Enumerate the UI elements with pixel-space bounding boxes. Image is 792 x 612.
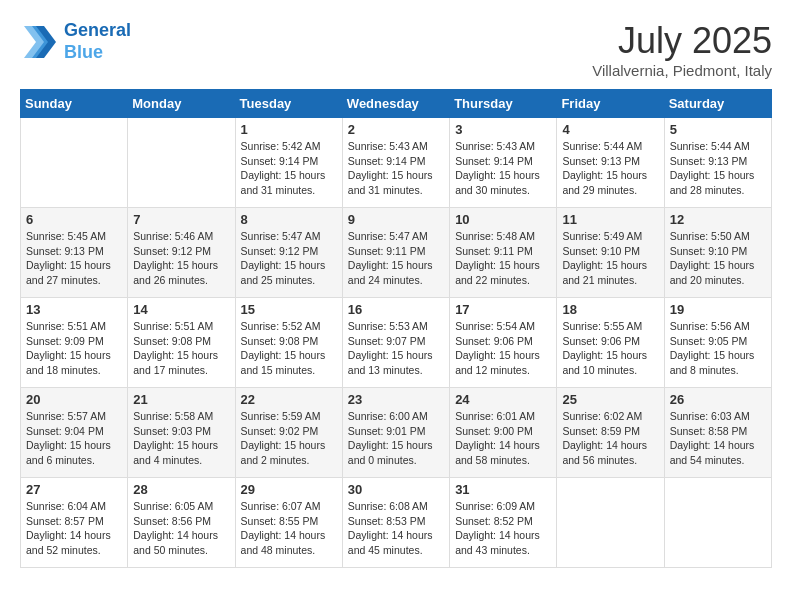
cell-content: Sunrise: 5:44 AMSunset: 9:13 PMDaylight:… <box>670 139 766 198</box>
calendar-cell: 27Sunrise: 6:04 AMSunset: 8:57 PMDayligh… <box>21 478 128 568</box>
location-title: Villalvernia, Piedmont, Italy <box>592 62 772 79</box>
cell-content: Sunrise: 5:56 AMSunset: 9:05 PMDaylight:… <box>670 319 766 378</box>
day-number: 31 <box>455 482 551 497</box>
day-number: 13 <box>26 302 122 317</box>
cell-content: Sunrise: 5:51 AMSunset: 9:09 PMDaylight:… <box>26 319 122 378</box>
calendar-cell <box>21 118 128 208</box>
calendar-cell: 6Sunrise: 5:45 AMSunset: 9:13 PMDaylight… <box>21 208 128 298</box>
cell-content: Sunrise: 6:03 AMSunset: 8:58 PMDaylight:… <box>670 409 766 468</box>
day-number: 24 <box>455 392 551 407</box>
cell-content: Sunrise: 6:07 AMSunset: 8:55 PMDaylight:… <box>241 499 337 558</box>
calendar-cell: 19Sunrise: 5:56 AMSunset: 9:05 PMDayligh… <box>664 298 771 388</box>
day-number: 17 <box>455 302 551 317</box>
day-number: 26 <box>670 392 766 407</box>
calendar-cell: 11Sunrise: 5:49 AMSunset: 9:10 PMDayligh… <box>557 208 664 298</box>
weekday-header-tuesday: Tuesday <box>235 90 342 118</box>
cell-content: Sunrise: 6:01 AMSunset: 9:00 PMDaylight:… <box>455 409 551 468</box>
calendar-cell: 20Sunrise: 5:57 AMSunset: 9:04 PMDayligh… <box>21 388 128 478</box>
weekday-header-monday: Monday <box>128 90 235 118</box>
logo-text: General Blue <box>64 20 131 63</box>
day-number: 10 <box>455 212 551 227</box>
cell-content: Sunrise: 6:00 AMSunset: 9:01 PMDaylight:… <box>348 409 444 468</box>
calendar-week-row: 27Sunrise: 6:04 AMSunset: 8:57 PMDayligh… <box>21 478 772 568</box>
weekday-header-thursday: Thursday <box>450 90 557 118</box>
day-number: 3 <box>455 122 551 137</box>
cell-content: Sunrise: 5:54 AMSunset: 9:06 PMDaylight:… <box>455 319 551 378</box>
calendar-cell: 18Sunrise: 5:55 AMSunset: 9:06 PMDayligh… <box>557 298 664 388</box>
cell-content: Sunrise: 5:43 AMSunset: 9:14 PMDaylight:… <box>348 139 444 198</box>
logo-line2: Blue <box>64 42 131 64</box>
day-number: 1 <box>241 122 337 137</box>
calendar-cell: 5Sunrise: 5:44 AMSunset: 9:13 PMDaylight… <box>664 118 771 208</box>
cell-content: Sunrise: 5:55 AMSunset: 9:06 PMDaylight:… <box>562 319 658 378</box>
calendar-cell: 26Sunrise: 6:03 AMSunset: 8:58 PMDayligh… <box>664 388 771 478</box>
day-number: 4 <box>562 122 658 137</box>
calendar-cell: 22Sunrise: 5:59 AMSunset: 9:02 PMDayligh… <box>235 388 342 478</box>
calendar-cell: 25Sunrise: 6:02 AMSunset: 8:59 PMDayligh… <box>557 388 664 478</box>
logo: General Blue <box>20 20 131 63</box>
calendar-body: 1Sunrise: 5:42 AMSunset: 9:14 PMDaylight… <box>21 118 772 568</box>
cell-content: Sunrise: 5:45 AMSunset: 9:13 PMDaylight:… <box>26 229 122 288</box>
day-number: 5 <box>670 122 766 137</box>
cell-content: Sunrise: 5:48 AMSunset: 9:11 PMDaylight:… <box>455 229 551 288</box>
calendar-cell <box>557 478 664 568</box>
calendar-cell: 3Sunrise: 5:43 AMSunset: 9:14 PMDaylight… <box>450 118 557 208</box>
day-number: 11 <box>562 212 658 227</box>
day-number: 21 <box>133 392 229 407</box>
cell-content: Sunrise: 5:46 AMSunset: 9:12 PMDaylight:… <box>133 229 229 288</box>
day-number: 18 <box>562 302 658 317</box>
day-number: 7 <box>133 212 229 227</box>
day-number: 22 <box>241 392 337 407</box>
weekday-header-sunday: Sunday <box>21 90 128 118</box>
cell-content: Sunrise: 5:50 AMSunset: 9:10 PMDaylight:… <box>670 229 766 288</box>
day-number: 16 <box>348 302 444 317</box>
cell-content: Sunrise: 5:49 AMSunset: 9:10 PMDaylight:… <box>562 229 658 288</box>
calendar-cell: 10Sunrise: 5:48 AMSunset: 9:11 PMDayligh… <box>450 208 557 298</box>
day-number: 6 <box>26 212 122 227</box>
logo-line1: General <box>64 20 131 40</box>
cell-content: Sunrise: 5:59 AMSunset: 9:02 PMDaylight:… <box>241 409 337 468</box>
calendar-cell: 16Sunrise: 5:53 AMSunset: 9:07 PMDayligh… <box>342 298 449 388</box>
cell-content: Sunrise: 6:09 AMSunset: 8:52 PMDaylight:… <box>455 499 551 558</box>
cell-content: Sunrise: 5:53 AMSunset: 9:07 PMDaylight:… <box>348 319 444 378</box>
title-block: July 2025 Villalvernia, Piedmont, Italy <box>592 20 772 79</box>
calendar-cell: 24Sunrise: 6:01 AMSunset: 9:00 PMDayligh… <box>450 388 557 478</box>
calendar-cell <box>128 118 235 208</box>
day-number: 12 <box>670 212 766 227</box>
calendar-cell: 30Sunrise: 6:08 AMSunset: 8:53 PMDayligh… <box>342 478 449 568</box>
cell-content: Sunrise: 6:04 AMSunset: 8:57 PMDaylight:… <box>26 499 122 558</box>
calendar-cell: 28Sunrise: 6:05 AMSunset: 8:56 PMDayligh… <box>128 478 235 568</box>
month-title: July 2025 <box>592 20 772 62</box>
calendar-cell: 2Sunrise: 5:43 AMSunset: 9:14 PMDaylight… <box>342 118 449 208</box>
day-number: 23 <box>348 392 444 407</box>
day-number: 27 <box>26 482 122 497</box>
cell-content: Sunrise: 6:08 AMSunset: 8:53 PMDaylight:… <box>348 499 444 558</box>
calendar-table: SundayMondayTuesdayWednesdayThursdayFrid… <box>20 89 772 568</box>
page-header: General Blue July 2025 Villalvernia, Pie… <box>20 20 772 79</box>
calendar-cell: 1Sunrise: 5:42 AMSunset: 9:14 PMDaylight… <box>235 118 342 208</box>
calendar-cell: 31Sunrise: 6:09 AMSunset: 8:52 PMDayligh… <box>450 478 557 568</box>
calendar-cell: 9Sunrise: 5:47 AMSunset: 9:11 PMDaylight… <box>342 208 449 298</box>
day-number: 8 <box>241 212 337 227</box>
calendar-cell: 8Sunrise: 5:47 AMSunset: 9:12 PMDaylight… <box>235 208 342 298</box>
cell-content: Sunrise: 5:42 AMSunset: 9:14 PMDaylight:… <box>241 139 337 198</box>
day-number: 19 <box>670 302 766 317</box>
cell-content: Sunrise: 5:51 AMSunset: 9:08 PMDaylight:… <box>133 319 229 378</box>
calendar-cell: 4Sunrise: 5:44 AMSunset: 9:13 PMDaylight… <box>557 118 664 208</box>
calendar-cell: 15Sunrise: 5:52 AMSunset: 9:08 PMDayligh… <box>235 298 342 388</box>
cell-content: Sunrise: 5:44 AMSunset: 9:13 PMDaylight:… <box>562 139 658 198</box>
weekday-header-row: SundayMondayTuesdayWednesdayThursdayFrid… <box>21 90 772 118</box>
cell-content: Sunrise: 5:58 AMSunset: 9:03 PMDaylight:… <box>133 409 229 468</box>
cell-content: Sunrise: 5:47 AMSunset: 9:11 PMDaylight:… <box>348 229 444 288</box>
calendar-cell: 29Sunrise: 6:07 AMSunset: 8:55 PMDayligh… <box>235 478 342 568</box>
calendar-header: SundayMondayTuesdayWednesdayThursdayFrid… <box>21 90 772 118</box>
calendar-cell: 17Sunrise: 5:54 AMSunset: 9:06 PMDayligh… <box>450 298 557 388</box>
calendar-cell: 14Sunrise: 5:51 AMSunset: 9:08 PMDayligh… <box>128 298 235 388</box>
day-number: 9 <box>348 212 444 227</box>
cell-content: Sunrise: 6:05 AMSunset: 8:56 PMDaylight:… <box>133 499 229 558</box>
weekday-header-saturday: Saturday <box>664 90 771 118</box>
calendar-cell: 12Sunrise: 5:50 AMSunset: 9:10 PMDayligh… <box>664 208 771 298</box>
day-number: 14 <box>133 302 229 317</box>
day-number: 15 <box>241 302 337 317</box>
weekday-header-wednesday: Wednesday <box>342 90 449 118</box>
